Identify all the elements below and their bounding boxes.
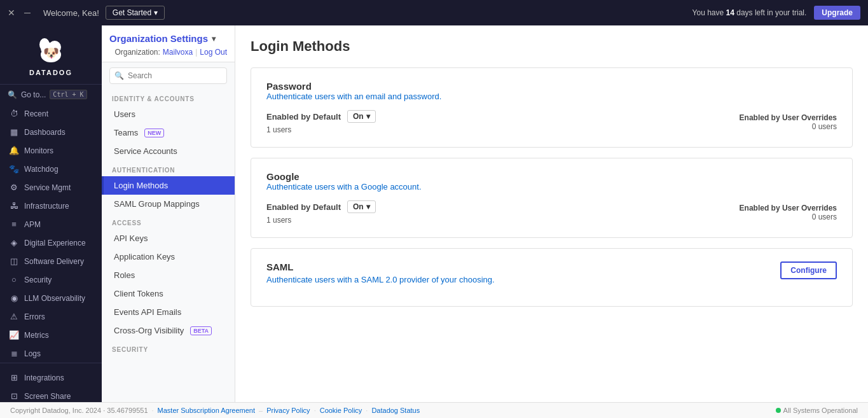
- search-input[interactable]: [109, 67, 227, 84]
- nav-service-mgmt[interactable]: ⚙ Service Mgmt: [0, 178, 102, 197]
- llm-icon: ◉: [9, 293, 19, 303]
- google-name: Google: [266, 171, 837, 182]
- nav-llm[interactable]: ◉ LLM Observability: [0, 289, 102, 307]
- recent-icon: ⏱: [9, 109, 19, 118]
- nav-integrations[interactable]: ⊞ Integrations: [0, 368, 102, 387]
- google-enabled-dropdown[interactable]: On ▾: [347, 200, 376, 213]
- brand-name: DATADOG: [29, 69, 72, 76]
- saml-name: SAML: [266, 261, 495, 272]
- password-name: Password: [266, 81, 837, 92]
- upgrade-button[interactable]: Upgrade: [814, 6, 860, 20]
- nav-users[interactable]: Users: [102, 105, 235, 123]
- software-delivery-icon: ◫: [9, 256, 19, 266]
- secondary-nav: IDENTITY & ACCOUNTS Users Teams NEW Serv…: [102, 89, 235, 402]
- google-header: Google Authenticate users with a Google …: [266, 171, 837, 192]
- screen-share-icon: ⊡: [9, 391, 19, 401]
- nav-roles[interactable]: Roles: [102, 266, 235, 284]
- status-text: All Systems Operational: [783, 407, 858, 414]
- get-started-button[interactable]: Get Started ▾: [106, 6, 165, 20]
- nav-apm[interactable]: ≡ APM: [0, 215, 102, 233]
- dashboards-icon: ▦: [9, 127, 19, 137]
- password-enabled-row: Enabled by Default On ▾: [266, 110, 376, 123]
- footer-link-msa[interactable]: Master Subscription Agreement: [158, 407, 255, 414]
- nav-cross-org[interactable]: Cross-Org Visibility BETA: [102, 321, 235, 340]
- trial-text: You have 14 days left in your trial.: [692, 8, 807, 17]
- goto-nav[interactable]: 🔍 Go to... Ctrl + K: [0, 85, 102, 104]
- section-access: ACCESS: [102, 213, 235, 229]
- left-sidebar: 🐶 DATADOG 🔍 Go to... Ctrl + K ⏱ Recent ▦…: [0, 25, 102, 402]
- google-card: Google Authenticate users with a Google …: [251, 158, 853, 238]
- nav-application-keys[interactable]: Application Keys: [102, 247, 235, 266]
- nav-metrics[interactable]: 📈 Metrics: [0, 326, 102, 344]
- nav-infrastructure[interactable]: 🖧 Infrastructure: [0, 197, 102, 215]
- monitors-icon: 🔔: [9, 146, 19, 155]
- errors-icon: ⚠: [9, 312, 19, 321]
- search-icon: 🔍: [8, 90, 17, 99]
- watchdog-icon: 🐾: [9, 164, 19, 174]
- footer-status: All Systems Operational: [776, 407, 858, 414]
- main-content: Login Methods Password Authenticate user…: [235, 25, 868, 402]
- nav-monitors[interactable]: 🔔 Monitors: [0, 141, 102, 160]
- google-overrides: Enabled by User Overrides 0 users: [740, 204, 837, 221]
- security-icon: ○: [9, 275, 19, 284]
- nav-screen-share[interactable]: ⊡ Screen Share: [0, 387, 102, 402]
- sidebar-bottom: ⊞ Integrations ⊡ Screen Share K keahall@…: [0, 363, 102, 402]
- google-user-count: 1 users: [266, 216, 376, 225]
- saml-desc: Authenticate users with a SAML 2.0 provi…: [266, 275, 495, 284]
- nav-teams[interactable]: Teams NEW: [102, 123, 235, 142]
- chevron-down-icon: ▾: [212, 34, 216, 43]
- nav-dashboards[interactable]: ▦ Dashboards: [0, 123, 102, 141]
- nav-recent[interactable]: ⏱ Recent: [0, 104, 102, 123]
- nav-software-delivery[interactable]: ◫ Software Delivery: [0, 252, 102, 270]
- nav-logs[interactable]: ≣ Logs: [0, 344, 102, 363]
- section-authentication: AUTHENTICATION: [102, 160, 235, 176]
- badge-beta: BETA: [190, 326, 212, 335]
- google-desc: Authenticate users with a Google account…: [266, 182, 837, 192]
- nav-saml-group-mappings[interactable]: SAML Group Mappings: [102, 195, 235, 213]
- logout-link[interactable]: Log Out: [200, 48, 227, 57]
- page-title: Login Methods: [251, 38, 853, 55]
- nav-digital-experience[interactable]: ◈ Digital Experience: [0, 233, 102, 252]
- badge-new: NEW: [144, 129, 164, 137]
- password-user-count: 1 users: [266, 125, 376, 134]
- password-footer: Enabled by Default On ▾ 1 users Enabled …: [266, 110, 837, 134]
- org-settings-title[interactable]: Organization Settings ▾: [109, 33, 216, 44]
- close-icon[interactable]: ✕: [8, 8, 15, 18]
- nav-api-keys[interactable]: API Keys: [102, 229, 235, 247]
- search-icon: 🔍: [114, 71, 124, 80]
- configure-button[interactable]: Configure: [780, 261, 837, 279]
- chevron-down-icon: ▾: [154, 8, 158, 17]
- nav-security[interactable]: ○ Security: [0, 270, 102, 289]
- chevron-down-icon: ▾: [366, 202, 370, 211]
- status-dot: [776, 408, 781, 413]
- nav-errors[interactable]: ⚠ Errors: [0, 307, 102, 326]
- minimize-icon[interactable]: ─: [24, 8, 31, 18]
- logo-area: 🐶 DATADOG: [0, 25, 102, 85]
- password-overrides: Enabled by User Overrides 0 users: [740, 113, 837, 131]
- infrastructure-icon: 🖧: [9, 201, 19, 211]
- svg-text:🐶: 🐶: [43, 45, 59, 60]
- section-security: SECURITY: [102, 340, 235, 356]
- secondary-header: Organization Settings ▾ Organization: Ma…: [102, 25, 235, 62]
- welcome-text: Welcome, Kea!: [43, 8, 99, 18]
- org-name: Mailvoxa: [163, 48, 193, 57]
- footer-link-privacy[interactable]: Privacy Policy: [266, 407, 310, 414]
- nav-events-api-emails[interactable]: Events API Emails: [102, 303, 235, 321]
- footer-link-cookie[interactable]: Cookie Policy: [320, 407, 362, 414]
- google-footer: Enabled by Default On ▾ 1 users Enabled …: [266, 200, 837, 225]
- password-card: Password Authenticate users with an emai…: [251, 67, 853, 148]
- password-enabled-dropdown[interactable]: On ▾: [347, 110, 376, 123]
- password-left: Enabled by Default On ▾ 1 users: [266, 110, 376, 134]
- org-label: Organization:: [114, 48, 160, 57]
- nav-client-tokens[interactable]: Client Tokens: [102, 284, 235, 303]
- service-mgmt-icon: ⚙: [9, 183, 19, 192]
- saml-left: SAML Authenticate users with a SAML 2.0 …: [266, 261, 495, 293]
- footer: Copyright Datadog, Inc. 2024 · 35.467995…: [0, 402, 868, 418]
- footer-link-status[interactable]: Datadog Status: [371, 407, 420, 414]
- nav-login-methods[interactable]: Login Methods: [102, 176, 235, 195]
- secondary-sidebar: Organization Settings ▾ Organization: Ma…: [102, 25, 235, 402]
- password-header: Password Authenticate users with an emai…: [266, 81, 837, 101]
- nav-service-accounts[interactable]: Service Accounts: [102, 142, 235, 160]
- nav-watchdog[interactable]: 🐾 Watchdog: [0, 160, 102, 178]
- integrations-icon: ⊞: [9, 373, 19, 382]
